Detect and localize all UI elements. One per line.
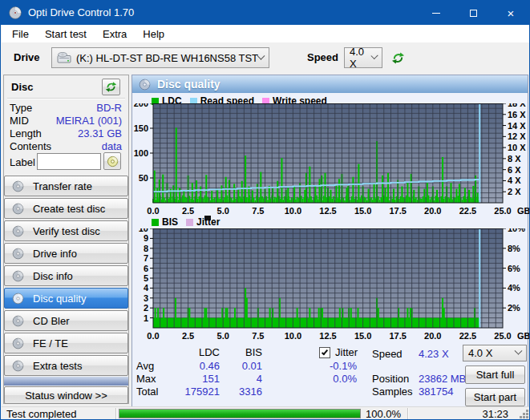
disc-label-input[interactable] xyxy=(37,153,101,170)
speed-stat-label: Speed xyxy=(372,348,403,360)
svg-text:25.0: 25.0 xyxy=(494,206,511,216)
sidebar-item-drive-info[interactable]: Drive info xyxy=(4,243,128,264)
status-window-button[interactable]: Status window >> xyxy=(4,386,128,404)
disc-label-button[interactable] xyxy=(103,152,121,170)
disc-info-row-mid: MIDMEIRA1 (001) xyxy=(4,115,128,127)
stats-area: LDC BIS Jitter Avg 0.46 0.01 -0.1% Max 1… xyxy=(132,345,528,406)
refresh-button[interactable] xyxy=(386,46,409,69)
chevron-down-icon xyxy=(515,347,523,355)
svg-text:14 X: 14 X xyxy=(508,121,526,131)
svg-text:150: 150 xyxy=(134,123,148,133)
sidebar-item-fe-te[interactable]: FE / TE xyxy=(4,333,128,353)
menu-file[interactable]: File xyxy=(10,27,31,41)
svg-text:22.5: 22.5 xyxy=(459,206,476,216)
info-value: data xyxy=(102,140,122,152)
speed-stat-value: 4.23 X xyxy=(419,348,449,360)
svg-text:15.0: 15.0 xyxy=(354,331,371,341)
sidebar-item-label: CD Bler xyxy=(33,315,70,327)
svg-text:9: 9 xyxy=(144,233,148,243)
svg-text:8: 8 xyxy=(144,244,148,253)
svg-text:17.5: 17.5 xyxy=(389,206,406,216)
svg-text:4: 4 xyxy=(144,283,149,293)
max-row-label: Max xyxy=(136,373,156,385)
avg-bis-value: 0.01 xyxy=(222,360,262,372)
avg-row-label: Avg xyxy=(136,360,154,372)
sidebar-item-disc-info[interactable]: Disc info xyxy=(4,265,128,286)
sidebar-item-disc-quality[interactable]: Disc quality xyxy=(4,288,128,309)
speed-label: Speed xyxy=(307,51,338,63)
start-full-button[interactable]: Start full xyxy=(465,365,525,384)
menu-extra[interactable]: Extra xyxy=(100,27,129,41)
drive-select[interactable]: (K:) HL-DT-ST BD-RE WH16NS58 TST4 xyxy=(51,47,269,68)
jitter-checkbox[interactable] xyxy=(319,347,330,358)
svg-text:10: 10 xyxy=(139,228,148,233)
sidebar-item-create-test-disc[interactable]: Create test disc xyxy=(4,198,128,219)
disc-refresh-button[interactable] xyxy=(102,79,120,95)
maximize-button[interactable] xyxy=(455,1,492,25)
disc-label-label: Label xyxy=(10,156,35,168)
position-stat-label: Position xyxy=(372,373,409,385)
disc-icon xyxy=(12,360,24,372)
info-value: BD-R xyxy=(96,102,122,114)
minimize-button[interactable] xyxy=(418,1,455,25)
sidebar-item-transfer-rate[interactable]: Transfer rate xyxy=(4,176,128,196)
svg-text:10.0: 10.0 xyxy=(285,331,301,341)
svg-text:7.5: 7.5 xyxy=(252,206,264,216)
svg-text:17.5: 17.5 xyxy=(389,331,406,341)
info-label: Type xyxy=(10,102,32,114)
max-ldc-value: 151 xyxy=(170,373,220,385)
total-row-label: Total xyxy=(136,386,158,398)
separator xyxy=(115,408,116,419)
panel-header: Disc quality xyxy=(132,75,528,93)
refresh-icon xyxy=(105,81,117,93)
jitter-checkbox-label: Jitter xyxy=(335,346,358,358)
sidebar-item-verify-test-disc[interactable]: Verify test disc xyxy=(4,220,128,241)
sidebar-item-label: Verify test disc xyxy=(33,225,100,237)
resize-grip[interactable] xyxy=(526,416,528,418)
menu-help[interactable]: Help xyxy=(140,27,167,41)
sidebar-item-label: Create test disc xyxy=(33,203,105,215)
separator xyxy=(7,98,125,99)
disc-icon xyxy=(12,315,24,327)
avg-jitter-value: -0.1% xyxy=(293,360,357,372)
svg-text:20.0: 20.0 xyxy=(424,206,441,216)
position-stat-value: 23862 MB xyxy=(419,373,466,385)
speed-select[interactable]: 4.0 X xyxy=(344,47,382,68)
sidebar-item-cd-bler[interactable]: CD Bler xyxy=(4,310,128,331)
start-part-button[interactable]: Start part xyxy=(465,388,525,406)
elapsed-time: 31:23 xyxy=(476,408,508,420)
bis-column-header: BIS xyxy=(222,346,262,358)
svg-text:20.0: 20.0 xyxy=(424,331,441,341)
avg-ldc-value: 0.46 xyxy=(170,360,220,372)
disc-info-row-length: Length23.31 GB xyxy=(4,127,128,140)
menu-bar: FileStart testExtraHelp xyxy=(2,25,530,42)
test-speed-select[interactable]: 4.0 X xyxy=(463,345,527,361)
svg-text:18 X: 18 X xyxy=(508,103,526,108)
svg-text:4 X: 4 X xyxy=(508,176,521,185)
svg-text:12.5: 12.5 xyxy=(319,206,336,216)
sidebar-item-label: Disc info xyxy=(33,270,73,282)
svg-text:0.0: 0.0 xyxy=(147,206,159,216)
svg-text:5.0: 5.0 xyxy=(217,206,229,216)
sidebar-item-extra-tests[interactable]: Extra tests xyxy=(4,355,128,376)
svg-text:15.0: 15.0 xyxy=(354,206,371,216)
svg-text:6%: 6% xyxy=(508,264,520,273)
progress-fill xyxy=(119,410,360,418)
svg-text:100: 100 xyxy=(134,148,148,158)
svg-text:5: 5 xyxy=(144,273,148,283)
info-label: Length xyxy=(10,127,42,139)
disc-info-row-type: TypeBD-R xyxy=(4,102,128,115)
title-bar: Opti Drive Control 1.70 × xyxy=(1,1,529,25)
legend-item-bis: BIS xyxy=(152,216,178,228)
menu-start-test[interactable]: Start test xyxy=(42,27,89,41)
toolbar: Drive (K:) HL-DT-ST BD-RE WH16NS58 TST4 … xyxy=(2,42,530,73)
scale-marker[interactable] xyxy=(204,216,211,220)
svg-text:4%: 4% xyxy=(508,283,520,293)
svg-text:50: 50 xyxy=(139,173,148,183)
legend-swatch xyxy=(186,219,193,226)
close-button[interactable]: × xyxy=(492,1,529,25)
sidebar-item-label: Extra tests xyxy=(33,360,82,372)
legend-bottom: BISJitter xyxy=(152,216,228,228)
disc-icon xyxy=(12,293,24,305)
svg-text:8%: 8% xyxy=(508,244,520,253)
